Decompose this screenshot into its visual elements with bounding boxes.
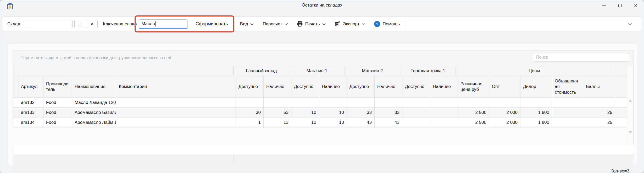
column-header[interactable]: Доступно: [291, 76, 319, 98]
column-header[interactable]: Баллы: [583, 76, 615, 98]
table-cell[interactable]: 10: [291, 118, 319, 127]
column-header[interactable]: Производитель: [43, 76, 72, 98]
table-cell[interactable]: [319, 98, 347, 108]
table-cell[interactable]: 43: [375, 118, 402, 127]
table-cell[interactable]: 1 800: [520, 118, 552, 127]
table-cell[interactable]: 33: [347, 108, 375, 118]
menu-help-label: Помощь: [382, 21, 400, 27]
table-cell[interactable]: am134: [18, 118, 43, 127]
warehouse-clear-button[interactable]: ✕: [87, 20, 98, 28]
table-cell[interactable]: 10: [291, 108, 319, 118]
table-cell[interactable]: 53: [264, 108, 291, 118]
table-cell[interactable]: [116, 98, 236, 108]
warehouse-input[interactable]: [24, 20, 73, 28]
column-header[interactable]: Наличие: [375, 76, 402, 98]
table-cell[interactable]: 2 500: [458, 108, 489, 118]
table-cell[interactable]: 30: [236, 108, 264, 118]
menu-help[interactable]: ? Помощь: [374, 21, 400, 27]
scroll-down-icon[interactable]: [629, 131, 632, 133]
table-cell[interactable]: 2 000: [489, 118, 520, 127]
table-cell[interactable]: 1 800: [520, 108, 552, 118]
scroll-up-icon[interactable]: [629, 99, 632, 102]
row-indicator-cell: [13, 98, 18, 108]
table-cell[interactable]: [347, 98, 375, 108]
table-cell[interactable]: [552, 98, 583, 108]
table-cell[interactable]: [458, 98, 489, 108]
column-header[interactable]: Наименование: [72, 76, 116, 98]
menu-recalc[interactable]: Пересчет: [263, 21, 288, 27]
toolbar-overflow-chevron-icon[interactable]: [628, 23, 632, 25]
table-cell[interactable]: [402, 108, 430, 118]
column-header[interactable]: Доступно: [402, 76, 430, 98]
column-header[interactable]: Наличие: [264, 76, 291, 98]
close-button[interactable]: ✕: [628, 0, 643, 11]
group-by-panel[interactable]: Перетяните сюда мышкой заголовок колонки…: [13, 50, 634, 66]
table-cell[interactable]: Food: [43, 98, 72, 108]
table-cell[interactable]: 2 000: [489, 108, 520, 118]
table-cell[interactable]: [264, 98, 291, 108]
minimize-button[interactable]: [596, 0, 611, 11]
table-cell[interactable]: 43: [347, 118, 375, 127]
table-cell[interactable]: Food: [43, 108, 72, 118]
table-cell[interactable]: [430, 118, 458, 127]
column-header[interactable]: Наличие: [319, 76, 347, 98]
table-cell[interactable]: [236, 98, 264, 108]
menu-export[interactable]: Экспорт: [335, 21, 365, 27]
table-cell[interactable]: 13: [264, 118, 291, 127]
table-cell[interactable]: am133: [18, 108, 43, 118]
generate-button[interactable]: Сформировать: [194, 20, 229, 28]
column-header[interactable]: Опт: [489, 76, 520, 98]
group-header[interactable]: Цены: [456, 66, 613, 76]
table-cell[interactable]: Аромамасло Базилик120 мл: [72, 108, 116, 118]
row-count-label: Кол-во=3: [610, 169, 629, 173]
column-header[interactable]: Доступно: [347, 76, 375, 98]
column-header[interactable]: Наличие: [430, 76, 458, 98]
chevron-down-icon: [322, 23, 326, 25]
search-input[interactable]: [533, 53, 630, 62]
table-cell[interactable]: 2 500: [458, 118, 489, 127]
table-cell[interactable]: am132: [18, 98, 43, 108]
toolbar-separator: [405, 18, 405, 30]
table-cell[interactable]: [116, 118, 236, 127]
table-cell[interactable]: Масло Лаванда 120 мл: [72, 98, 116, 108]
table-cell[interactable]: 25: [583, 118, 615, 127]
column-header[interactable]: Объявленная стоимость: [552, 76, 583, 98]
keyword-input[interactable]: Масло: [139, 19, 188, 29]
warehouse-browse-button[interactable]: ...: [74, 20, 85, 28]
column-header[interactable]: Дилер: [520, 76, 552, 98]
group-header[interactable]: Магазин 2: [345, 66, 400, 76]
menu-view[interactable]: Вид: [240, 21, 254, 27]
table-cell[interactable]: 10: [319, 108, 347, 118]
group-header[interactable]: Торговая точка 1: [400, 66, 456, 76]
table-cell[interactable]: Аромамасло Лайм 120 мл: [72, 118, 116, 127]
maximize-button[interactable]: [612, 0, 628, 11]
table-cell[interactable]: 25: [583, 108, 615, 118]
table-cell[interactable]: [552, 108, 583, 118]
group-header[interactable]: Магазин 1: [289, 66, 345, 76]
table-cell[interactable]: [583, 98, 615, 108]
table-cell[interactable]: [430, 108, 458, 118]
row-indicator-cell: [13, 108, 18, 118]
table-cell[interactable]: 33: [375, 108, 402, 118]
table-cell[interactable]: [116, 108, 236, 118]
table-cell[interactable]: [552, 118, 583, 127]
column-header[interactable]: Комментарий: [116, 76, 236, 98]
column-header[interactable]: Розничная цена руб: [458, 76, 489, 98]
table-cell[interactable]: [375, 98, 402, 108]
keyword-label: Ключевое слово: [103, 21, 137, 27]
table-cell[interactable]: [291, 98, 319, 108]
table-cell[interactable]: [402, 98, 430, 108]
table-cell[interactable]: [402, 118, 430, 127]
group-header[interactable]: Главный склад: [234, 66, 289, 76]
table-cell[interactable]: Food: [43, 118, 72, 127]
vertical-scrollbar[interactable]: [627, 66, 634, 145]
table-cell[interactable]: 1: [236, 118, 264, 127]
table-cell[interactable]: [489, 98, 520, 108]
table-cell[interactable]: [520, 98, 552, 108]
group-header-blank: [13, 66, 234, 76]
column-header[interactable]: Артикул: [18, 76, 43, 98]
table-cell[interactable]: [430, 98, 458, 108]
column-header[interactable]: Доступно: [236, 76, 264, 98]
menu-print[interactable]: Печать: [297, 21, 326, 27]
table-cell[interactable]: 10: [319, 118, 347, 127]
